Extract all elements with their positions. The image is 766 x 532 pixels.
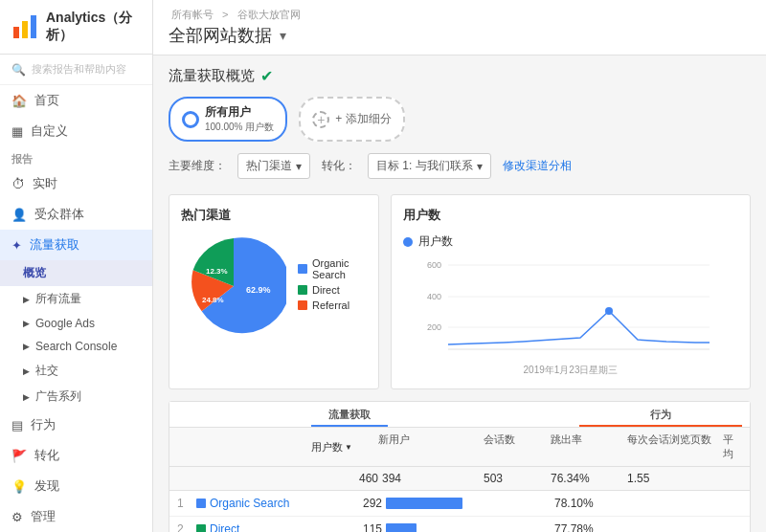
segment-add[interactable]: + + 添加细分 [299, 97, 404, 142]
line-chart-card: 用户数 用户数 600 400 200 [391, 194, 751, 389]
app-title: Analytics（分析） [46, 10, 141, 44]
direct-color [298, 285, 307, 295]
red-arrow-icon [146, 505, 153, 524]
sessions-col-header: 会话数 [484, 432, 551, 461]
manage-icon: ⚙ [11, 510, 23, 524]
main-content: 流量获取概览 ✔ 所有用户 100.00% 用户数 + + 添加细分 主要维度：… [153, 55, 766, 532]
referral-color [298, 300, 307, 310]
sidebar-item-acquisition[interactable]: ✦ 流量获取 [0, 230, 152, 260]
dimension-select[interactable]: 热门渠道 ▾ [237, 153, 310, 179]
target-chevron-icon: ▾ [477, 160, 483, 173]
row-users-1: 292 [315, 497, 382, 510]
sidebar-item-customize[interactable]: ▦ 自定义 [0, 116, 152, 146]
dimension-value: 热门渠道 [246, 158, 292, 174]
sidebar-item-all-traffic[interactable]: ▶ 所有流量 [0, 286, 152, 312]
sidebar-item-search-console[interactable]: ▶ Search Console [0, 335, 152, 358]
new-users-bar-1 [386, 498, 462, 509]
section-title: 流量获取概览 [169, 67, 255, 85]
new-users-col-header: 新用户 [378, 432, 484, 461]
verified-icon: ✔ [260, 67, 273, 85]
sidebar-item-behavior[interactable]: ▤ 行为 [0, 410, 152, 440]
row-name-1[interactable]: Organic Search [210, 497, 315, 510]
sidebar-item-manage[interactable]: ⚙ 管理 [0, 501, 152, 532]
sidebar-item-conversion[interactable]: 🚩 转化 [0, 440, 152, 471]
expand-icon: ▶ [23, 295, 30, 304]
svg-rect-1 [22, 21, 28, 38]
pie-legend: Organic Search Direct Referral [298, 257, 367, 315]
filters-row: 主要维度： 热门渠道 ▾ 转化： 目标 1: 与我们联系 ▾ 修改渠道分相 [169, 153, 751, 179]
svg-rect-0 [13, 27, 19, 38]
row-num-2: 2 [177, 522, 196, 532]
bounce-col-header: 跳出率 [551, 432, 627, 461]
sidebar-item-campaigns[interactable]: ▶ 广告系列 [0, 384, 152, 410]
modify-link[interactable]: 修改渠道分相 [503, 158, 572, 174]
total-bounce: 76.34% [551, 472, 627, 485]
row-bar-2 [382, 523, 487, 532]
svg-text:400: 400 [427, 292, 441, 301]
home-icon: 🏠 [11, 94, 27, 108]
sidebar-item-social[interactable]: ▶ 社交 [0, 358, 152, 384]
row-color-2 [196, 524, 206, 532]
legend-direct: Direct [298, 284, 367, 296]
segment-label: 所有用户 [205, 104, 274, 121]
total-row: 460 394 503 76.34% 1.55 [169, 467, 750, 491]
svg-point-13 [605, 307, 613, 315]
conversion-icon: 🚩 [11, 449, 27, 463]
row-num-1: 1 [177, 497, 196, 510]
segment-all-users[interactable]: 所有用户 100.00% 用户数 [169, 97, 287, 142]
segment-circle-icon [182, 111, 199, 128]
breadcrumb: 所有帐号 > 谷歌大放官网 [169, 8, 751, 22]
search-placeholder: 搜索报告和帮助内容 [32, 62, 126, 77]
main-header: 所有帐号 > 谷歌大放官网 全部网站数据 ▾ [153, 0, 766, 55]
total-new-users: 394 [378, 472, 484, 485]
svg-text:200: 200 [427, 322, 441, 332]
table-row: 2 Direct 115 77.78% [169, 517, 750, 532]
line-chart-svg: 600 400 200 [403, 254, 738, 359]
behavior-icon: ▤ [11, 418, 23, 432]
organic-color [298, 264, 307, 274]
audience-icon: 👤 [11, 208, 27, 222]
target-value: 目标 1: 与我们联系 [376, 158, 473, 174]
total-users: 460 [311, 472, 378, 485]
referral-label: Referral [312, 299, 349, 311]
sidebar-item-discover[interactable]: 💡 发现 [0, 471, 152, 501]
table-row: 1 Organic Search 292 78.10% [169, 491, 750, 517]
sidebar: Analytics（分析） 🔍 搜索报告和帮助内容 🏠 首页 ▦ 自定义 报告 … [0, 0, 153, 532]
row-bar-1 [382, 498, 487, 509]
page-title-dropdown[interactable]: ▾ [280, 28, 286, 43]
legend-organic: Organic Search [298, 257, 367, 280]
data-table: 流量获取 行为 用户数 ▼ 新用户 会话数 [169, 401, 751, 532]
pie-chart-svg: 62.9% 24.8% 12.3% [181, 233, 286, 339]
users-col-header[interactable]: 用户数 ▼ [311, 432, 378, 461]
row-bounce-1: 78.10% [554, 497, 631, 510]
line-chart-title: 用户数 [403, 207, 738, 224]
svg-text:62.9%: 62.9% [246, 285, 271, 295]
target-select[interactable]: 目标 1: 与我们联系 ▾ [368, 153, 491, 179]
legend-referral: Referral [298, 299, 367, 311]
table-section-headers: 流量获取 行为 [169, 402, 750, 428]
section-title-row: 流量获取概览 ✔ [169, 67, 751, 85]
discover-icon: 💡 [11, 479, 27, 494]
sidebar-item-google-ads[interactable]: ▶ Google Ads [0, 312, 152, 335]
page-title-row: 全部网站数据 ▾ [169, 24, 751, 47]
sidebar-item-realtime[interactable]: ⏱ 实时 [0, 168, 152, 199]
dimension-chevron-icon: ▾ [296, 160, 302, 173]
expand-icon: ▶ [23, 342, 30, 351]
segments-row: 所有用户 100.00% 用户数 + + 添加细分 [169, 97, 751, 142]
pages-col-header: 每次会话浏览页数 [627, 432, 723, 461]
svg-text:12.3%: 12.3% [206, 267, 228, 276]
expand-icon: ▶ [23, 392, 30, 402]
analytics-logo [11, 13, 38, 40]
row-bounce-2: 77.78% [554, 522, 631, 532]
svg-text:24.8%: 24.8% [202, 296, 224, 304]
sidebar-item-home[interactable]: 🏠 首页 [0, 85, 152, 116]
charts-row: 热门渠道 62.9% 24.8% 12.3% [169, 194, 751, 389]
sidebar-item-overview[interactable]: 概览 [0, 260, 152, 286]
table-col-headers: 用户数 ▼ 新用户 会话数 跳出率 每次会话浏览页数 平均 [169, 428, 750, 467]
search-bar[interactable]: 🔍 搜索报告和帮助内容 [0, 55, 152, 85]
pie-container: 62.9% 24.8% 12.3% Organic Search Direct [181, 233, 367, 339]
sidebar-item-audience[interactable]: 👤 受众群体 [0, 199, 152, 230]
users-legend: 用户数 [403, 233, 738, 250]
row-name-2[interactable]: Direct [210, 522, 315, 532]
search-icon: 🔍 [11, 63, 26, 77]
